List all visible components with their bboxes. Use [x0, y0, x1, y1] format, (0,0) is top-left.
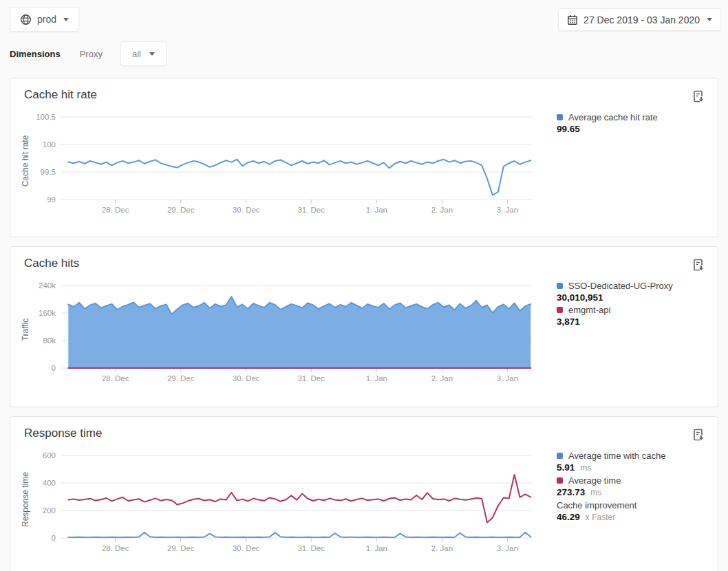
legend-value: 3,871 — [557, 316, 580, 327]
panel-title: Cache hit rate — [24, 88, 97, 102]
response-time-panel: Response time 600400200028. Dec29. Dec30… — [10, 416, 718, 571]
svg-text:99: 99 — [47, 195, 56, 204]
legend-swatch — [557, 283, 563, 289]
svg-text:2. Jan: 2. Jan — [431, 206, 453, 214]
response-time-chart[interactable]: 600400200028. Dec29. Dec30. Dec31. Dec1.… — [10, 450, 547, 554]
svg-text:30. Dec: 30. Dec — [233, 206, 260, 214]
cache-hit-rate-panel: Cache hit rate 100.510099.59928. Dec29. … — [10, 78, 718, 237]
legend-value: 99.65 — [557, 124, 580, 134]
svg-text:160k: 160k — [39, 309, 56, 317]
svg-text:2. Jan: 2. Jan — [431, 544, 453, 552]
globe-icon — [20, 14, 32, 25]
environment-label: prod — [37, 14, 56, 25]
legend-entry: emgmt-api 3,871 — [557, 304, 712, 327]
panel-title: Cache hits — [24, 257, 79, 270]
legend-unit: ms — [590, 488, 601, 497]
legend-entry: Average time 273.73ms — [557, 475, 712, 499]
chevron-down-icon — [63, 18, 69, 21]
legend-swatch — [557, 477, 563, 484]
svg-text:100: 100 — [43, 140, 56, 149]
svg-text:Response time: Response time — [21, 472, 30, 527]
svg-text:3. Jan: 3. Jan — [497, 374, 518, 383]
cache-hit-rate-chart[interactable]: 100.510099.59928. Dec29. Dec30. Dec31. D… — [10, 111, 547, 216]
chart-legend: Average cache hit rate 99.65 — [557, 111, 712, 136]
svg-text:0: 0 — [52, 364, 56, 372]
legend-value: 5.91 — [557, 462, 575, 473]
legend-label: emgmt-api — [568, 304, 610, 316]
svg-text:1. Jan: 1. Jan — [366, 206, 387, 214]
svg-text:600: 600 — [43, 451, 56, 460]
download-report-icon[interactable] — [692, 258, 707, 273]
svg-text:Traffic: Traffic — [21, 319, 30, 341]
chevron-down-icon — [149, 52, 155, 56]
legend-label: SSO-Dedicated-UG-Proxy — [568, 280, 673, 292]
svg-text:240k: 240k — [39, 281, 56, 290]
legend-swatch — [557, 114, 563, 120]
calendar-icon — [567, 14, 578, 25]
download-report-icon[interactable] — [692, 428, 707, 443]
svg-text:29. Dec: 29. Dec — [167, 544, 195, 552]
svg-text:28. Dec: 28. Dec — [102, 206, 129, 214]
legend-label: Cache improvement — [557, 499, 636, 511]
date-range-label: 27 Dec 2019 - 03 Jan 2020 — [584, 14, 700, 25]
svg-text:200: 200 — [43, 506, 56, 515]
legend-entry: Average time with cache 5.91ms — [557, 450, 712, 474]
svg-text:31. Dec: 31. Dec — [297, 206, 325, 214]
chevron-down-icon — [707, 18, 712, 21]
download-report-icon[interactable] — [692, 89, 707, 105]
svg-text:80k: 80k — [43, 336, 56, 345]
svg-text:29. Dec: 29. Dec — [167, 374, 195, 383]
svg-text:30. Dec: 30. Dec — [233, 374, 260, 383]
date-range-select[interactable]: 27 Dec 2019 - 03 Jan 2020 — [558, 8, 721, 31]
legend-entry: Cache improvement 46.29x Faster — [557, 499, 712, 524]
svg-text:400: 400 — [43, 479, 56, 487]
filter-bar: Dimensions Proxy all — [10, 41, 167, 66]
legend-swatch — [557, 307, 563, 313]
panel-title: Response time — [24, 427, 102, 440]
chart-legend: SSO-Dedicated-UG-Proxy 30,010,951 emgmt-… — [557, 280, 712, 328]
svg-text:100.5: 100.5 — [36, 113, 56, 121]
svg-text:30. Dec: 30. Dec — [233, 544, 260, 552]
svg-text:3. Jan: 3. Jan — [497, 544, 518, 552]
legend-unit: ms — [580, 463, 591, 473]
legend-label: Average time — [568, 475, 621, 486]
legend-value: 46.29 — [557, 512, 580, 522]
legend-entry: Average cache hit rate 99.65 — [557, 111, 712, 135]
svg-text:1. Jan: 1. Jan — [366, 544, 387, 552]
legend-label: Average time with cache — [568, 450, 665, 462]
svg-text:1. Jan: 1. Jan — [366, 374, 387, 383]
legend-value: 30,010,951 — [557, 292, 603, 303]
svg-text:Cache hit rate: Cache hit rate — [21, 135, 30, 186]
svg-text:99.5: 99.5 — [41, 168, 56, 176]
svg-text:31. Dec: 31. Dec — [297, 544, 325, 552]
svg-text:29. Dec: 29. Dec — [167, 206, 195, 214]
proxy-filter-select[interactable]: all — [120, 41, 167, 66]
cache-hits-panel: Cache hits 240k160k80k028. Dec29. Dec30.… — [10, 246, 718, 407]
svg-text:2. Jan: 2. Jan — [431, 374, 453, 383]
chart-legend: Average time with cache 5.91ms Average t… — [557, 450, 712, 524]
environment-select[interactable]: prod — [10, 7, 79, 32]
svg-text:28. Dec: 28. Dec — [102, 544, 129, 552]
proxy-filter-label: Proxy — [80, 49, 103, 59]
svg-text:0: 0 — [52, 534, 56, 542]
legend-unit: x Faster — [586, 513, 615, 522]
legend-entry: SSO-Dedicated-UG-Proxy 30,010,951 — [557, 280, 712, 303]
legend-value: 273.73 — [557, 487, 585, 497]
cache-hits-chart[interactable]: 240k160k80k028. Dec29. Dec30. Dec31. Dec… — [10, 280, 547, 385]
legend-label: Average cache hit rate — [568, 111, 658, 123]
dimensions-label: Dimensions — [10, 49, 61, 59]
svg-text:31. Dec: 31. Dec — [297, 374, 325, 383]
legend-swatch — [557, 453, 563, 459]
proxy-filter-value: all — [132, 49, 141, 59]
svg-text:28. Dec: 28. Dec — [102, 374, 129, 383]
svg-text:3. Jan: 3. Jan — [497, 206, 518, 214]
